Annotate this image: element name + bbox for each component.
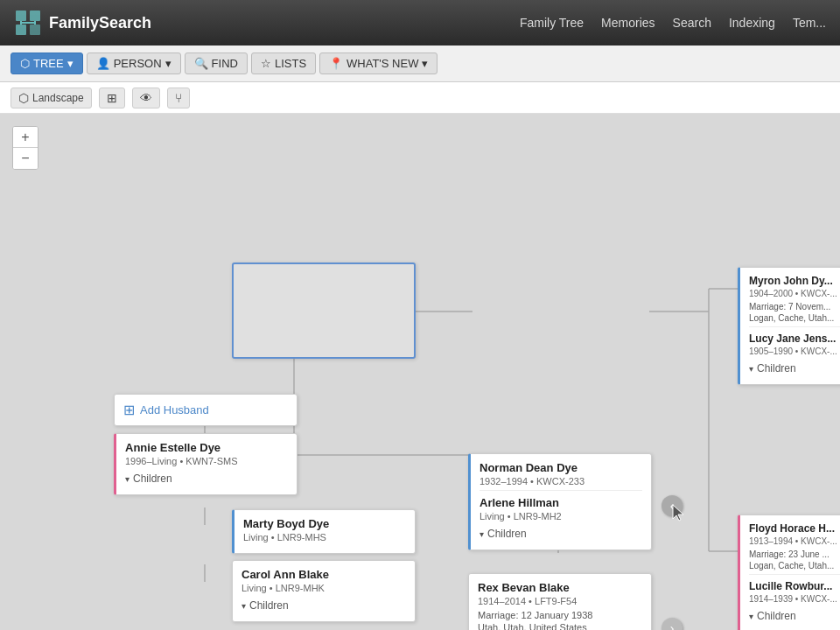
lucy-dates: 1905–1990 • KWCX-... xyxy=(749,346,840,356)
lucy-name: Lucy Jane Jens... xyxy=(749,332,840,345)
rex-marriage: Marriage: 12 January 1938 xyxy=(478,610,642,620)
person-button[interactable]: 👤 PERSON ▾ xyxy=(87,52,181,74)
app-name: FamilySearch xyxy=(49,14,151,32)
family-tree-canvas: + − ⊞ Add Husband Annie Estelle Dye 1996… xyxy=(0,114,840,630)
whats-new-button[interactable]: 📍 WHAT'S NEW ▾ xyxy=(319,52,438,74)
zoom-in-button[interactable]: + xyxy=(13,127,38,148)
view-button[interactable]: 👁 xyxy=(132,88,160,108)
marty-name: Marty Boyd Dye xyxy=(243,517,406,530)
settings-button[interactable]: ⊞ xyxy=(99,88,125,108)
tree-button[interactable]: ⬡ TREE ▾ xyxy=(10,52,83,74)
zoom-out-button[interactable]: − xyxy=(13,148,38,169)
carol-name: Carol Ann Blake xyxy=(242,568,406,581)
lucille-dates: 1914–1939 • KWCX-... xyxy=(749,594,840,604)
nav-family-tree[interactable]: Family Tree xyxy=(520,16,584,30)
svg-rect-2 xyxy=(16,24,26,35)
settings-icon: ⊞ xyxy=(107,91,117,105)
carol-chevron-icon: ▾ xyxy=(242,601,246,611)
floyd-chevron-icon: ▾ xyxy=(749,612,753,621)
carol-blake-card: Carol Ann Blake Living • LNR9-MHK ▾ Chil… xyxy=(232,560,416,622)
rex-marriage-place: Utah, Utah, United States xyxy=(478,622,642,630)
annie-chevron-icon: ▾ xyxy=(125,474,130,484)
share-button[interactable]: ⑂ xyxy=(167,88,190,108)
person-icon: 👤 xyxy=(96,57,110,70)
second-navigation: ⬡ TREE ▾ 👤 PERSON ▾ 🔍 FIND ☆ LISTS 📍 WHA… xyxy=(0,46,840,82)
norman-dates: 1932–1994 • KWCX-233 xyxy=(480,476,642,486)
myron-children-button[interactable]: ▾ Children xyxy=(749,360,840,377)
carol-dates: Living • LNR9-MHK xyxy=(242,583,406,593)
zoom-controls: + − xyxy=(12,126,38,170)
top-navigation: FamilySearch Family Tree Memories Search… xyxy=(0,0,840,46)
tree-dropdown-icon: ▾ xyxy=(67,57,74,70)
norman-spouse-section: Arlene Hillman Living • LNR9-MH2 xyxy=(480,490,642,522)
chevron-left-icon: ‹ xyxy=(670,499,675,513)
landscape-button[interactable]: ⬡ Landscape xyxy=(10,88,92,108)
myron-marriage: Marriage: 7 Novem... xyxy=(749,302,840,312)
chevron-right-icon: › xyxy=(670,621,675,630)
annie-dates: 1996–Living • KWN7-SMS xyxy=(125,456,288,466)
add-husband-button[interactable]: ⊞ Add Husband xyxy=(123,402,288,418)
tree-nav-left-button[interactable]: ‹ xyxy=(662,495,682,516)
norman-name: Norman Dean Dye xyxy=(480,461,642,474)
floyd-spouse-section: Lucille Rowbur... 1914–1939 • KWCX-... xyxy=(749,574,840,604)
carol-children-button[interactable]: ▾ Children xyxy=(242,597,406,614)
floyd-marriage-place: Logan, Cache, Utah... xyxy=(749,561,840,570)
logo[interactable]: FamilySearch xyxy=(14,9,151,37)
svg-rect-1 xyxy=(30,10,40,21)
floyd-card: Floyd Horace H... 1913–1994 • KWCX-... M… xyxy=(738,514,840,630)
whats-new-dropdown-icon: ▾ xyxy=(422,57,428,70)
logo-icon xyxy=(14,9,42,37)
floyd-children-button[interactable]: ▾ Children xyxy=(749,607,840,625)
placeholder-card xyxy=(232,262,416,359)
nav-temple[interactable]: Tem... xyxy=(793,16,826,30)
lucille-name: Lucille Rowbur... xyxy=(749,580,840,592)
person-dropdown-icon: ▾ xyxy=(165,57,172,70)
myron-name: Myron John Dy... xyxy=(749,275,840,287)
rex-blake-card: Rex Bevan Blake 1914–2014 • LFT9-F54 Mar… xyxy=(468,573,652,630)
myron-marriage-place: Logan, Cache, Utah... xyxy=(749,313,840,323)
arlene-name: Arlene Hillman xyxy=(480,496,642,509)
arlene-dates: Living • LNR9-MH2 xyxy=(480,511,642,522)
nav-search[interactable]: Search xyxy=(673,16,711,30)
annie-name: Annie Estelle Dye xyxy=(125,441,288,454)
toolbar: ⬡ Landscape ⊞ 👁 ⑂ xyxy=(0,82,840,114)
rex-dates: 1914–2014 • LFT9-F54 xyxy=(478,596,642,606)
norman-chevron-icon: ▾ xyxy=(480,529,484,539)
lists-icon: ☆ xyxy=(261,57,271,70)
add-icon: ⊞ xyxy=(123,402,135,418)
lists-button[interactable]: ☆ LISTS xyxy=(251,52,316,74)
myron-dates: 1904–2000 • KWCX-... xyxy=(749,289,840,298)
floyd-name: Floyd Horace H... xyxy=(749,522,840,535)
svg-rect-3 xyxy=(30,24,40,35)
annie-dye-card: Annie Estelle Dye 1996–Living • KWN7-SMS… xyxy=(114,433,298,495)
marty-dye-card: Marty Boyd Dye Living • LNR9-MHS xyxy=(232,509,416,554)
tree-connectors xyxy=(0,114,840,630)
myron-chevron-icon: ▾ xyxy=(749,364,753,374)
tree-icon: ⬡ xyxy=(20,57,30,70)
top-nav-links: Family Tree Memories Search Indexing Tem… xyxy=(520,16,826,30)
myron-spouse-section: Lucy Jane Jens... 1905–1990 • KWCX-... xyxy=(749,326,840,356)
view-icon: 👁 xyxy=(140,91,152,105)
whats-new-icon: 📍 xyxy=(329,57,343,70)
landscape-icon: ⬡ xyxy=(18,91,29,105)
nav-indexing[interactable]: Indexing xyxy=(729,16,775,30)
find-button[interactable]: 🔍 FIND xyxy=(185,52,248,74)
annie-children-button[interactable]: ▾ Children xyxy=(125,470,288,487)
find-icon: 🔍 xyxy=(194,57,208,70)
marty-dates: Living • LNR9-MHS xyxy=(243,532,406,542)
norman-dye-card: Norman Dean Dye 1932–1994 • KWCX-233 Arl… xyxy=(468,453,652,550)
add-husband-card: ⊞ Add Husband xyxy=(114,394,298,426)
share-icon: ⑂ xyxy=(175,91,182,105)
floyd-marriage: Marriage: 23 June ... xyxy=(749,550,840,559)
myron-dye-card: Myron John Dy... 1904–2000 • KWCX-... Ma… xyxy=(738,267,840,385)
norman-children-button[interactable]: ▾ Children xyxy=(480,525,642,542)
floyd-dates: 1913–1994 • KWCX-... xyxy=(749,536,840,546)
svg-rect-0 xyxy=(16,10,26,21)
rex-name: Rex Bevan Blake xyxy=(478,581,642,594)
tree-nav-rex-button[interactable]: › xyxy=(662,618,682,630)
nav-memories[interactable]: Memories xyxy=(601,16,654,30)
